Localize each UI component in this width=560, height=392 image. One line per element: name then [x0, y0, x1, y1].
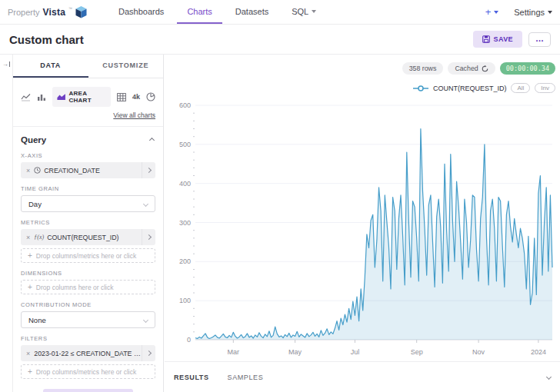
- expand-pill-icon[interactable]: [142, 345, 155, 361]
- legend-inv-button[interactable]: Inv: [535, 83, 555, 93]
- bar-chart-icon[interactable]: [37, 93, 46, 101]
- update-chart-button[interactable]: UPDATE CHART: [43, 389, 132, 392]
- chart-legend: COUNT(REQUEST_ID) All Inv: [413, 83, 555, 93]
- settings-menu[interactable]: Settings: [514, 8, 552, 17]
- data-panel: DATA CUSTOMIZE AREA CHART 4k View all ch…: [13, 55, 164, 392]
- page-header: Custom chart SAVE …: [0, 25, 560, 55]
- refresh-icon: [482, 65, 488, 72]
- tab-data[interactable]: DATA: [13, 55, 88, 78]
- brand-cube-icon: [75, 6, 87, 18]
- save-floppy-icon: [482, 35, 490, 43]
- plus-icon: +: [28, 283, 32, 291]
- area-chart-plot: 0100200300400500600MarMayJulSepNov2024: [168, 95, 558, 360]
- big-number-icon[interactable]: 4k: [132, 93, 140, 101]
- svg-text:300: 300: [179, 219, 191, 227]
- legend-marker-icon: [413, 85, 428, 92]
- collapse-results-icon[interactable]: [546, 374, 552, 380]
- ellipsis-icon: …: [535, 34, 544, 43]
- xaxis-label: X-AXIS: [21, 152, 155, 159]
- brand-logo[interactable]: PropertyVista™: [8, 0, 87, 24]
- chevron-down-icon: [143, 317, 148, 322]
- line-chart-icon[interactable]: [21, 93, 31, 101]
- more-options-button[interactable]: …: [528, 32, 551, 47]
- filters-label: FILTERS: [21, 335, 155, 342]
- table-icon[interactable]: [117, 93, 126, 101]
- svg-text:100: 100: [179, 297, 191, 304]
- chart-builder-app: PropertyVista™ Dashboards Charts Dataset…: [0, 0, 560, 392]
- filter-value: 2023-01-22 ≤ CREATION_DATE < 202...: [34, 350, 142, 357]
- query-header: Query: [21, 135, 155, 145]
- svg-text:Sep: Sep: [411, 348, 423, 356]
- nav-item-datasets[interactable]: Datasets: [225, 0, 278, 24]
- chevron-down-icon: [494, 11, 498, 14]
- metrics-dropzone[interactable]: + Drop columns/metrics here or click: [21, 248, 155, 263]
- brand-prefix: Property: [8, 8, 40, 17]
- plus-icon: +: [28, 251, 32, 260]
- filter-pill[interactable]: × 2023-01-22 ≤ CREATION_DATE < 202...: [21, 345, 155, 361]
- svg-text:Jul: Jul: [351, 348, 360, 356]
- chevron-down-icon: [143, 201, 148, 206]
- cached-badge[interactable]: Cached: [448, 62, 495, 75]
- pie-chart-icon[interactable]: [146, 92, 155, 101]
- view-all-charts-link[interactable]: View all charts: [13, 110, 163, 126]
- new-item-button[interactable]: +: [485, 6, 499, 18]
- nav-item-dashboards[interactable]: Dashboards: [108, 0, 174, 24]
- query-section: Query X-AXIS × CREATION_DATE TIME GRAIN …: [13, 127, 163, 392]
- tab-samples[interactable]: SAMPLES: [228, 374, 264, 381]
- remove-icon[interactable]: ×: [21, 234, 34, 241]
- row-count-badge[interactable]: 358 rows: [402, 62, 444, 75]
- contribution-mode-label: CONTRIBUTION MODE: [21, 301, 155, 308]
- expand-pill-icon[interactable]: [142, 229, 155, 245]
- metric-pill[interactable]: × ƒ(x) COUNT(REQUEST_ID): [21, 229, 155, 245]
- nav-item-sql[interactable]: SQL: [282, 0, 326, 24]
- metrics-label: METRICS: [21, 219, 155, 226]
- xaxis-value: CREATION_DATE: [44, 167, 142, 174]
- chart-status-badges: 358 rows Cached 00:00:00.34: [402, 62, 555, 75]
- panel-gutter: →: [0, 55, 13, 392]
- contribution-mode-value: None: [28, 316, 144, 324]
- tab-customize[interactable]: CUSTOMIZE: [88, 55, 164, 78]
- tab-results[interactable]: RESULTS: [174, 374, 209, 381]
- save-button[interactable]: SAVE: [473, 31, 522, 48]
- expand-pill-icon[interactable]: [142, 162, 155, 178]
- legend-all-button[interactable]: All: [511, 83, 530, 93]
- area-chart-icon: [57, 93, 65, 101]
- brand-trademark: ™: [68, 6, 72, 11]
- svg-text:Mar: Mar: [228, 348, 240, 356]
- top-nav: PropertyVista™ Dashboards Charts Dataset…: [0, 0, 560, 25]
- metric-value: COUNT(REQUEST_ID): [47, 234, 142, 241]
- svg-text:200: 200: [179, 257, 191, 265]
- dimensions-label: DIMENSIONS: [21, 270, 155, 277]
- chart-area: 358 rows Cached 00:00:00.34 COUNT(REQUES…: [165, 55, 560, 392]
- dimensions-dropzone[interactable]: + Drop columns here or click: [21, 280, 155, 294]
- legend-series-label[interactable]: COUNT(REQUEST_ID): [433, 85, 507, 92]
- filters-dropzone[interactable]: + Drop columns/metrics here or click: [21, 364, 155, 379]
- query-title: Query: [21, 135, 46, 145]
- nav-item-charts[interactable]: Charts: [177, 0, 222, 24]
- nav-right: + Settings: [485, 0, 552, 24]
- chart-type-area-selected[interactable]: AREA CHART: [52, 87, 111, 107]
- svg-text:2024: 2024: [531, 348, 546, 356]
- collapse-section-icon[interactable]: [149, 137, 155, 142]
- collapse-panel-icon[interactable]: →: [2, 61, 11, 68]
- svg-text:Nov: Nov: [472, 348, 485, 356]
- time-grain-value: Day: [28, 200, 144, 208]
- brand-name: Vista: [43, 7, 65, 18]
- function-icon: ƒ(x): [34, 234, 44, 241]
- time-grain-label: TIME GRAIN: [21, 185, 155, 192]
- svg-text:0: 0: [187, 336, 191, 344]
- remove-icon[interactable]: ×: [21, 167, 34, 174]
- xaxis-pill[interactable]: × CREATION_DATE: [21, 162, 155, 178]
- contribution-mode-select[interactable]: None: [21, 311, 155, 328]
- panel-tabs: DATA CUSTOMIZE: [13, 55, 163, 78]
- chart-type-row: AREA CHART 4k: [13, 78, 163, 110]
- results-bar: RESULTS SAMPLES: [165, 361, 560, 392]
- time-grain-select[interactable]: Day: [21, 195, 155, 212]
- svg-text:400: 400: [179, 180, 191, 188]
- remove-icon[interactable]: ×: [21, 350, 34, 357]
- main-nav: Dashboards Charts Datasets SQL: [108, 0, 326, 24]
- chevron-down-icon: [548, 11, 552, 14]
- clock-icon: [34, 167, 41, 174]
- svg-text:500: 500: [179, 141, 191, 148]
- svg-text:May: May: [288, 348, 302, 356]
